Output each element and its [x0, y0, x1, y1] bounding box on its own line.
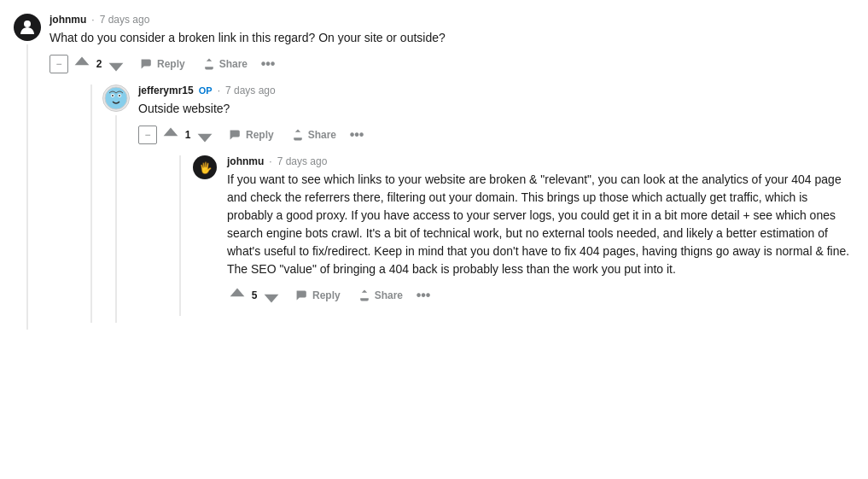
comment-1-action-bar: − 2 — [50, 54, 850, 74]
share-label-2: Share — [308, 129, 336, 141]
svg-point-4 — [112, 95, 114, 96]
username-2[interactable]: jefferymr15 — [138, 85, 194, 96]
collapse-icon-2: − — [144, 130, 150, 140]
upvote-btn-3[interactable] — [227, 285, 248, 306]
more-icon-1: ••• — [261, 56, 276, 72]
more-btn-2[interactable]: ••• — [347, 125, 367, 145]
op-badge-2: OP — [199, 85, 213, 96]
more-btn-3[interactable]: ••• — [413, 285, 434, 306]
separator-1: · — [91, 14, 94, 26]
comment-2-left — [102, 85, 130, 323]
comment-3: 🖐 johnmu · 7 days ago — [191, 155, 850, 316]
timestamp-2: 7 days ago — [225, 85, 276, 96]
thread-line-1[interactable] — [26, 44, 28, 330]
separator-3: · — [269, 155, 271, 167]
comment-1-body: johnmu · 7 days ago What do you consider… — [50, 14, 850, 330]
reply-btn-2[interactable]: Reply — [222, 125, 281, 145]
comment-2-header: jefferymr15 OP · 7 days ago — [138, 85, 850, 96]
comment-3-body: johnmu · 7 days ago If you want to see w… — [227, 155, 850, 316]
avatar-icon-johnmu-3: 🖐 — [193, 155, 217, 179]
share-icon-2 — [291, 128, 305, 142]
svg-text:🖐: 🖐 — [199, 161, 213, 175]
collapse-btn-1[interactable]: − — [50, 55, 68, 73]
downvote-arrow-icon-2 — [195, 125, 215, 145]
comment-2-container: jefferymr15 OP · 7 days ago Outside webs… — [90, 85, 850, 323]
avatar-icon-johnmu-1 — [14, 14, 41, 41]
comment-1-header: johnmu · 7 days ago — [50, 14, 850, 26]
comment-3-left: 🖐 — [191, 155, 218, 316]
timestamp-1: 7 days ago — [100, 14, 150, 26]
thread-line-2[interactable] — [115, 115, 117, 323]
upvote-btn-1[interactable] — [72, 54, 92, 74]
timestamp-3: 7 days ago — [277, 155, 328, 167]
avatar-icon-jeffery — [103, 85, 129, 111]
comment-3-text: If you want to see which links to your w… — [227, 171, 850, 278]
collapse-btn-2[interactable]: − — [138, 126, 157, 144]
share-icon-1 — [202, 57, 216, 71]
upvote-arrow-icon-2 — [160, 125, 181, 145]
share-label-1: Share — [219, 58, 248, 70]
svg-point-1 — [105, 87, 127, 109]
downvote-btn-3[interactable] — [261, 285, 282, 306]
comment-2: jefferymr15 OP · 7 days ago Outside webs… — [102, 85, 850, 323]
reply-icon-2 — [229, 128, 242, 142]
reply-label-1: Reply — [157, 58, 185, 70]
comment-2-body: jefferymr15 OP · 7 days ago Outside webs… — [138, 85, 850, 323]
more-icon-3: ••• — [417, 288, 431, 303]
share-btn-3[interactable]: Share — [351, 285, 410, 306]
share-btn-2[interactable]: Share — [284, 125, 343, 145]
svg-point-0 — [24, 20, 31, 27]
avatar-jefferymr15[interactable] — [102, 85, 130, 112]
upvote-arrow-icon-3 — [227, 285, 248, 306]
downvote-btn-1[interactable] — [106, 54, 126, 74]
share-btn-1[interactable]: Share — [195, 54, 254, 74]
comment-2-action-bar: − 1 — [138, 125, 850, 145]
avatar-johnmu-3[interactable]: 🖐 — [193, 155, 217, 179]
vote-count-1: 2 — [96, 58, 102, 70]
downvote-btn-2[interactable] — [195, 125, 215, 145]
reply-icon-3 — [295, 289, 309, 302]
username-1[interactable]: johnmu — [50, 14, 86, 26]
comment-3-header: johnmu · 7 days ago — [227, 155, 850, 167]
comment-1-left — [14, 14, 41, 330]
reply-label-2: Reply — [246, 129, 274, 141]
username-3[interactable]: johnmu — [227, 155, 264, 167]
share-icon-3 — [358, 289, 371, 302]
more-icon-2: ••• — [350, 127, 364, 143]
reply-btn-1[interactable]: Reply — [133, 54, 192, 74]
collapse-icon-1: − — [55, 59, 61, 69]
comment-2-text: Outside website? — [138, 100, 850, 118]
separator-2: · — [218, 85, 220, 96]
comment-2-vote-controls: − 1 — [138, 125, 215, 145]
comment-3-container: 🖐 johnmu · 7 days ago — [179, 155, 850, 316]
downvote-arrow-icon-1 — [106, 54, 126, 74]
share-label-3: Share — [375, 289, 403, 301]
avatar-johnmu-1[interactable] — [14, 14, 41, 41]
svg-point-5 — [119, 95, 120, 96]
vote-count-2: 1 — [184, 129, 191, 141]
upvote-arrow-icon-1 — [72, 54, 92, 74]
comment-3-action-bar: 5 — [227, 285, 850, 306]
comment-1-vote-controls: − 2 — [50, 54, 126, 74]
comment-thread: johnmu · 7 days ago What do you consider… — [14, 14, 850, 330]
reply-icon-1 — [140, 57, 154, 71]
reply-btn-3[interactable]: Reply — [288, 285, 347, 306]
comment-1: johnmu · 7 days ago What do you consider… — [14, 14, 850, 330]
vote-count-3: 5 — [251, 289, 258, 301]
comment-3-vote-controls: 5 — [227, 285, 282, 306]
comment-1-text: What do you consider a broken link in th… — [50, 29, 850, 47]
downvote-arrow-icon-3 — [261, 285, 282, 306]
reply-label-3: Reply — [312, 289, 341, 301]
more-btn-1[interactable]: ••• — [258, 54, 278, 74]
upvote-btn-2[interactable] — [160, 125, 181, 145]
